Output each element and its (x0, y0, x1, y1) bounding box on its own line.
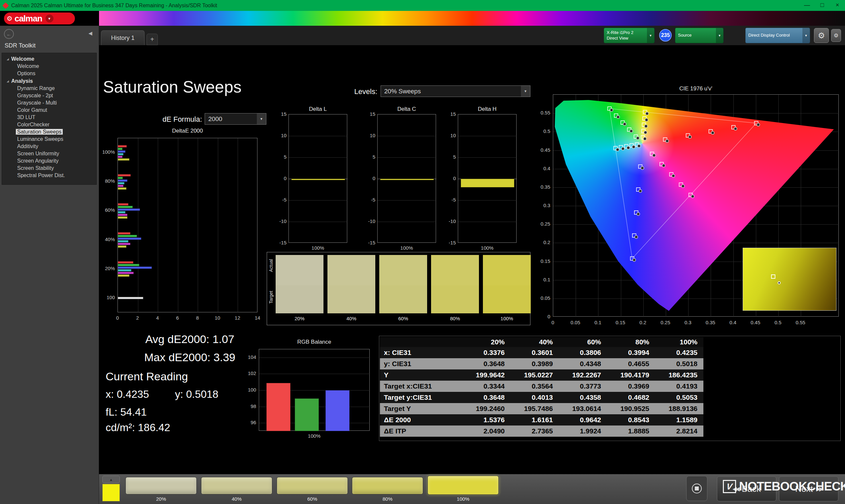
avg-de2000-stat: Avg dE2000: 1.07 (119, 333, 261, 346)
sidebar-item-grayscale-2pt[interactable]: Grayscale - 2pt (2, 92, 96, 99)
sidebar-item-luminance-sweeps[interactable]: Luminance Sweeps (2, 136, 96, 143)
sidebar-item-screen-angularity[interactable]: Screen Angularity (2, 157, 96, 165)
cie-ytick: 0.35 (530, 184, 550, 190)
logo-menu-chevron-icon[interactable]: ▼ (46, 15, 53, 22)
de-formula-value: 2000 (205, 113, 257, 124)
table-cell: 0.4013 (510, 392, 558, 403)
sidebar-item-colorchecker[interactable]: ColorChecker (2, 121, 96, 128)
settings-small-button[interactable]: ⚙ (831, 29, 841, 42)
sidebar-item-spectral-power-dist[interactable]: Spectral Power Dist. (2, 172, 96, 179)
deltae-category-label: 80% (99, 178, 115, 185)
sidebar-item-label: Screen Uniformity (16, 151, 60, 156)
deltae-bar (118, 297, 143, 299)
table-cell: 0.3564 (510, 381, 558, 392)
table-header-cell: 100% (654, 337, 703, 347)
deltae-bar (118, 211, 125, 213)
sidebar-item-screen-stability[interactable]: Screen Stability (2, 165, 96, 172)
measured-point (734, 127, 737, 130)
actual-swatch-80% (431, 255, 479, 285)
measured-point (636, 137, 639, 140)
settings-button[interactable]: ⚙ (814, 28, 829, 43)
calman-logo[interactable]: ⚙ calman ▼ (4, 13, 75, 24)
deltae-bar (118, 274, 129, 277)
table-cell: 2.7365 (510, 426, 558, 437)
source-dropdown[interactable]: Source ▼ (675, 28, 723, 43)
sidebar-item-grayscale-multi[interactable]: Grayscale - Multi (2, 99, 96, 107)
deltae-bar (118, 148, 122, 150)
deltae-bar (118, 216, 127, 219)
actual-target-swatch-panel: 20%40%60%80%100% (267, 252, 530, 325)
measured-point (637, 144, 640, 147)
sidebar-item-dynamic-range[interactable]: Dynamic Range (2, 85, 96, 92)
next-button[interactable]: Next ▶▶ (779, 476, 839, 501)
close-button[interactable]: × (830, 0, 845, 11)
expander-icon[interactable]: ◢ (6, 57, 9, 61)
deltae-bar (118, 246, 126, 248)
sidebar-item-color-gamut[interactable]: Color Gamut (2, 107, 96, 114)
tree-section-label: Welcome (11, 56, 34, 62)
delta-plot-delta-h (458, 114, 516, 243)
delta-ytick: 5 (362, 154, 375, 160)
add-tab-button[interactable]: + (146, 34, 158, 45)
tree-section-welcome[interactable]: ◢Welcome (2, 55, 96, 63)
deltae-bar (118, 269, 131, 271)
sidebar-item-options[interactable]: Options (2, 70, 96, 77)
table-row-label: y: CIE31 (380, 358, 462, 370)
expander-icon[interactable]: ◢ (6, 79, 9, 83)
meter-dropdown[interactable]: X-Rite i1Pro 2 Direct View ▼ (604, 28, 654, 43)
levels-select[interactable]: 20% Sweeps ▼ (381, 86, 530, 97)
minimize-button[interactable]: — (799, 0, 815, 11)
cie-xtick: 0 (543, 320, 563, 326)
maximize-button[interactable]: □ (815, 0, 830, 11)
saturation-patch-80%[interactable] (352, 477, 423, 494)
collapse-sidebar-icon[interactable]: ◀ (88, 30, 92, 36)
rgb-ytick: 96 (242, 419, 256, 426)
delta-plot-delta-c (377, 114, 436, 243)
sidebar-item-label: Screen Stability (16, 165, 55, 171)
table-cell: 0.3648 (462, 392, 510, 403)
display-control-dropdown[interactable]: Direct Display Control ▼ (745, 28, 810, 43)
de-formula-select[interactable]: 2000 ▼ (205, 113, 266, 125)
next-arrows-icon: ▶▶ (816, 486, 822, 492)
meter-count-badge[interactable]: 235 (659, 29, 672, 41)
pattern-window-button[interactable] (686, 476, 707, 501)
delta-l-xlabel: 100% (288, 245, 347, 251)
table-cell: 0.9642 (558, 414, 606, 426)
table-cell: 1.5376 (462, 414, 510, 426)
sidebar-item-screen-uniformity[interactable]: Screen Uniformity (2, 150, 96, 157)
layout-tree: ◢WelcomeWelcomeOptions◢AnalysisDynamic R… (2, 53, 97, 185)
patch-panel-handle[interactable]: ▲ (102, 475, 120, 483)
active-color-swatch[interactable] (102, 484, 120, 501)
deltae-bar (118, 243, 130, 245)
table-row-y-cie31: y: CIE310.36480.39890.43480.46550.5018 (380, 358, 703, 370)
sidebar-item-welcome[interactable]: Welcome (2, 63, 96, 70)
delta-ytick: 0 (362, 176, 375, 181)
table-cell: 0.8543 (606, 414, 654, 426)
chevron-down-icon: ▼ (803, 28, 810, 43)
deltae-bar (118, 264, 139, 266)
saturation-patch-20%[interactable] (125, 477, 197, 494)
deltae-bar (118, 182, 124, 184)
table-cell: 0.5053 (654, 392, 703, 403)
table-cell: 1.8885 (606, 426, 654, 437)
deltae-bar (118, 267, 152, 269)
table-cell: 0.3648 (462, 358, 510, 370)
tree-section-analysis[interactable]: ◢Analysis (2, 77, 96, 85)
sidebar-item-3d-lut[interactable]: 3D LUT (2, 114, 96, 121)
back-button[interactable]: ◀◀ Back (717, 476, 776, 501)
measured-point (617, 115, 619, 119)
delta-ytick: 5 (442, 154, 456, 160)
gridline (377, 222, 436, 222)
saturation-patch-100%[interactable] (427, 475, 499, 495)
tab-history-1[interactable]: History 1 (101, 30, 145, 45)
swatch-level-label: 60% (379, 316, 427, 323)
back-button[interactable]: ← (4, 29, 14, 39)
sidebar-item-additivity[interactable]: Additivity (2, 143, 96, 150)
tab-bar: History 1 + X-Rite i1Pro 2 Direct View ▼… (99, 26, 845, 45)
saturation-patch-40%[interactable] (201, 477, 272, 494)
delta-bar (292, 179, 345, 180)
saturation-patch-60%[interactable] (277, 477, 348, 494)
current-y-value: y: 0.5018 (175, 388, 218, 400)
deltae-bar (118, 179, 127, 182)
sidebar-item-saturation-sweeps[interactable]: Saturation Sweeps (2, 128, 96, 136)
